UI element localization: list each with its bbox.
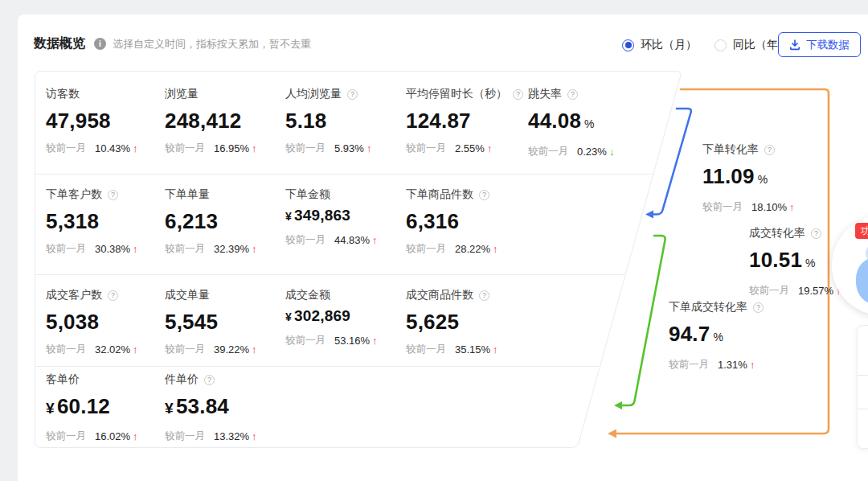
metric-value: 5,038 [46,308,138,335]
metric-compare: 较前一月32.39%↑ [165,241,257,256]
metric-compare: 较前一月16.95%↑ [165,141,257,155]
metric-label: 成交金额 [285,288,330,302]
help-icon[interactable]: ? [753,302,764,313]
metric-avg-item-price: 件单价?¥53.84较前一月13.32%↑ [165,372,257,443]
metric-compare: 较前一月53.16%↑ [285,333,378,347]
compare-value: 44.83% [334,234,370,246]
help-icon[interactable]: ? [108,190,118,200]
help-icon[interactable]: ? [479,290,489,301]
compare-value: 53.16% [334,335,370,347]
assistant-mascot-icon [856,257,868,304]
currency-symbol: ¥ [46,395,55,422]
currency-symbol: ¥ [165,395,174,422]
metric-value: ¥60.12 [46,393,138,422]
help-icon[interactable]: ? [347,89,358,100]
metric-value: 5,625 [406,308,498,335]
compare-label: 较前一月 [669,358,709,372]
metric-value: 124.87 [406,107,523,134]
trend-down-icon: ↓ [609,146,615,157]
compare-value: 39.22% [214,343,249,356]
metric-value: 10.51% [749,246,841,277]
page-title: 数据概览 [34,35,85,52]
metric-deal-count: 成交单量5,545较前一月39.22%↑ [165,287,257,356]
metric-compare: 较前一月16.02%↑ [46,429,138,443]
help-icon[interactable]: ? [567,89,578,100]
trend-up-icon: ↑ [252,244,257,254]
help-icon[interactable]: ? [479,190,489,200]
metric-label: 成交客户数 [46,288,102,302]
metric-order-conversion: 下单转化率?11.09%较前一月18.10%↑ [702,142,795,214]
metric-label: 浏览量 [165,87,199,101]
help-icon[interactable]: ? [108,290,118,301]
info-icon: i [94,38,106,50]
compare-value: 0.23% [577,146,607,158]
trend-up-icon: ↑ [372,235,378,245]
radio-year-button[interactable] [714,39,727,51]
metric-label: 访客数 [46,87,80,101]
metric-compare: 较前一月1.31%↑ [669,357,764,372]
compare-label: 较前一月 [406,343,446,356]
trend-up-icon: ↑ [252,431,257,442]
trend-up-icon: ↑ [133,143,138,154]
trend-up-icon: ↑ [493,244,498,254]
metric-compare: 较前一月19.57%↑ [749,283,841,298]
metric-compare: 较前一月2.55%↑ [406,141,523,155]
metric-value: 11.09% [702,162,795,193]
metric-value: 44.08% [528,107,614,138]
help-icon[interactable]: ? [764,145,775,155]
help-icon[interactable]: ? [513,89,523,100]
compare-label: 较前一月 [702,200,743,214]
metric-value: 5,318 [46,208,138,235]
metric-order-count: 下单单量6,213较前一月32.39%↑ [165,187,257,256]
compare-value: 19.57% [798,285,833,297]
compare-label: 较前一月 [749,284,789,298]
metric-compare: 较前一月39.22%↑ [165,342,257,356]
compare-value: 5.93% [334,142,364,154]
compare-value: 13.32% [214,430,249,442]
metric-label: 平均停留时长（秒） [406,87,507,101]
quick-nav-panel[interactable] [857,325,868,449]
metric-value: 6,316 [406,208,498,235]
metric-label: 成交商品件数 [406,288,473,302]
compare-label: 较前一月 [46,343,86,356]
divider [858,409,868,409]
download-data-button[interactable]: 下载数据 [778,32,861,57]
compare-label: 较前一月 [285,233,326,247]
metric-unit: % [805,249,816,277]
compare-mode-radio-group: 环比（月） 同比（年） [622,38,789,52]
metric-value: ¥302,869 [285,306,378,327]
metric-label: 下单转化率 [702,142,759,157]
compare-value: 16.95% [214,142,249,154]
radio-month-button[interactable] [622,39,634,51]
metric-order-customers: 下单客户数?5,318较前一月30.38%↑ [46,187,138,256]
trend-up-icon: ↑ [133,244,138,254]
compare-label: 较前一月 [528,145,568,158]
trend-up-icon: ↑ [750,360,755,370]
metric-deal-amount: 成交金额¥302,869较前一月53.16%↑ [285,287,378,347]
compare-label: 较前一月 [165,142,205,155]
compare-label: 较前一月 [46,142,86,155]
metric-deal-conversion: 成交转化率?10.51%较前一月19.57%↑ [749,225,841,298]
metric-label: 跳失率 [528,87,562,101]
help-icon[interactable]: ? [204,375,215,385]
metric-avg-customer-price: 客单价¥60.12较前一月16.02%↑ [46,372,138,443]
compare-value: 10.43% [95,142,130,154]
metric-order-to-deal-conversion: 下单成交转化率?94.7%较前一月1.31%↑ [669,299,764,372]
metric-unit: % [758,166,768,193]
metric-order-amount: 下单金额¥349,863较前一月44.83%↑ [285,187,378,247]
metric-compare: 较前一月44.83%↑ [285,232,378,247]
compare-value: 18.10% [751,201,787,213]
compare-label: 较前一月 [406,242,446,256]
help-icon[interactable]: ? [811,228,821,239]
metric-order-items: 下单商品件数?6,316较前一月28.22%↑ [406,187,498,256]
radio-month-label[interactable]: 环比（月） [641,38,697,52]
compare-value: 35.15% [455,343,490,356]
metric-label: 下单商品件数 [406,187,473,202]
feature-badge[interactable]: 功 [855,223,868,239]
metric-compare: 较前一月30.38%↑ [46,241,138,256]
metric-label: 下单金额 [285,187,330,202]
compare-value: 16.02% [95,430,130,442]
metric-bounce-rate: 跳失率?44.08%较前一月0.23%↓ [528,86,614,158]
header-hint: 选择自定义时间，指标按天累加，暂不去重 [113,37,311,51]
metric-label: 件单价 [165,372,199,387]
